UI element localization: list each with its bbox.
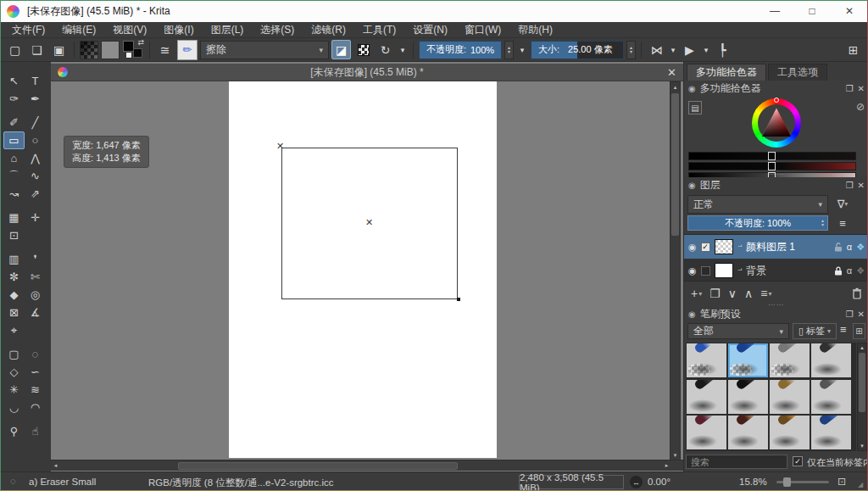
move-layer-up-button[interactable]: ∧: [744, 287, 753, 300]
rotation-icon[interactable]: ↔: [630, 476, 643, 488]
scroll-right-icon[interactable]: ▸: [662, 462, 671, 469]
scroll-down-icon[interactable]: ▾: [670, 450, 680, 460]
tab-tool-options[interactable]: 工具选项: [768, 64, 827, 81]
opacity-spinner[interactable]: ▴ ▾: [504, 41, 514, 59]
mirror-vertical-button[interactable]: ▶: [680, 40, 699, 59]
docker-close-icon[interactable]: ✕: [858, 84, 865, 93]
tool-select-shapes[interactable]: ↖: [3, 72, 25, 90]
scroll-up-icon[interactable]: ▴: [858, 343, 866, 352]
tool-move[interactable]: ✛: [25, 209, 46, 226]
preset-ink-pen-silver[interactable]: [811, 380, 851, 414]
horizontal-scroll-thumb[interactable]: [178, 462, 458, 470]
spin-down-icon[interactable]: ▾: [818, 223, 827, 227]
tool-crop[interactable]: ⊡: [3, 226, 25, 244]
preset-ink-technical-pen[interactable]: [811, 343, 851, 377]
menu-item-4[interactable]: 图层(L): [203, 21, 253, 39]
lock-closed-icon[interactable]: [834, 266, 843, 276]
tool-fill[interactable]: ◆: [3, 286, 25, 304]
tag-button[interactable]: ▯ 标签 ▾: [793, 323, 837, 339]
resize-grip[interactable]: ◢: [858, 481, 866, 489]
blend-mode-combobox[interactable]: 正常 ▾: [687, 195, 828, 214]
docker-lock-icon[interactable]: ◉: [688, 181, 696, 190]
preset-scrollbar[interactable]: ▴ ▾: [857, 343, 867, 451]
tool-polygon-select[interactable]: ◇: [3, 363, 25, 381]
canvas-vertical-scrollbar[interactable]: ▴ ▾: [670, 81, 681, 460]
menu-item-0[interactable]: 文件(F): [3, 21, 53, 39]
docker-close-icon[interactable]: ✕: [858, 310, 865, 319]
layer-filter-button[interactable]: ∇ ▾: [832, 195, 853, 212]
docker-float-icon[interactable]: ❐: [846, 181, 854, 190]
new-document-button[interactable]: ▢: [5, 40, 25, 59]
tool-rectangle[interactable]: ▭: [3, 131, 25, 149]
menu-item-3[interactable]: 图像(I): [155, 21, 202, 39]
tool-smart-patch[interactable]: ✄: [25, 268, 46, 286]
workspace-chooser-button[interactable]: ⊞: [843, 40, 863, 59]
tool-ellipse-select[interactable]: ◌: [25, 345, 46, 363]
layer-checkbox[interactable]: ✓: [701, 243, 710, 252]
docker-float-icon[interactable]: ❐: [846, 84, 854, 93]
vertical-scroll-thumb[interactable]: [671, 93, 679, 236]
preset-eraser-soft[interactable]: [728, 343, 768, 377]
slider-handle[interactable]: [768, 152, 776, 160]
layer-styles-icon[interactable]: ❖: [856, 265, 865, 276]
document-close-icon[interactable]: ✕: [667, 66, 676, 79]
preset-airbrush-soft[interactable]: [770, 343, 810, 377]
color-profile-info[interactable]: RGB/透明度 (8 位整数/通...e-V2-srgbtrc.icc: [148, 477, 334, 489]
tool-polygon[interactable]: ⌂: [3, 149, 25, 167]
preset-eraser-hard[interactable]: [687, 343, 726, 377]
zoom-percentage[interactable]: 15.8%: [739, 477, 767, 487]
brush-settings-button[interactable]: ≅: [155, 40, 175, 59]
tool-edit-shapes[interactable]: ✑: [3, 90, 25, 108]
pattern-swatch[interactable]: [101, 41, 120, 59]
preserve-alpha-button[interactable]: [353, 40, 373, 59]
canvas-rotation-value[interactable]: 0.00°: [648, 477, 670, 487]
tool-freehand-select[interactable]: ∽: [25, 363, 46, 381]
menu-item-2[interactable]: 视图(V): [104, 21, 155, 39]
mirror-horizontal-button[interactable]: ⋈: [647, 40, 666, 59]
docker-lock-icon[interactable]: ◉: [688, 84, 696, 93]
menu-item-5[interactable]: 选择(S): [252, 21, 303, 39]
close-button[interactable]: ✕: [831, 0, 868, 22]
brush-preset-thumbnail-button[interactable]: ✏: [177, 40, 198, 60]
foreground-background-colors[interactable]: ⇄: [122, 40, 144, 60]
open-document-button[interactable]: ❏: [27, 40, 47, 59]
tool-assistants[interactable]: ⊠: [3, 304, 25, 321]
tool-calligraphy[interactable]: ✒: [25, 90, 46, 108]
fit-to-screen-icon[interactable]: ⊡: [837, 476, 846, 488]
preset-ink-brush-black[interactable]: [728, 380, 768, 414]
menu-item-10[interactable]: 帮助(H): [509, 21, 561, 39]
no-color-icon[interactable]: ⊘: [856, 101, 865, 113]
tool-transform[interactable]: ▦: [3, 209, 25, 226]
preset-paint-detail-brush[interactable]: [687, 416, 726, 449]
grid-view-button[interactable]: ⊞: [853, 323, 865, 339]
layer-properties-button[interactable]: ≡ ▾: [760, 287, 771, 300]
layer-name[interactable]: 背景: [746, 264, 830, 278]
layer-name[interactable]: 颜料图层 1: [746, 240, 830, 254]
maximize-button[interactable]: □: [793, 0, 831, 22]
delete-layer-button[interactable]: [852, 287, 862, 299]
tool-bezier-select[interactable]: ◡: [3, 399, 25, 416]
tool-multibrush[interactable]: ⇗: [25, 185, 46, 203]
brush-preset-combobox[interactable]: 擦除 ▾: [200, 41, 329, 59]
tool-rect-select[interactable]: ▢: [3, 345, 25, 363]
color-wheel[interactable]: [752, 98, 801, 148]
color-slider-1[interactable]: [688, 152, 856, 160]
tool-measure[interactable]: ∡: [25, 304, 46, 321]
preset-ink-pen-dark[interactable]: [687, 380, 726, 414]
alpha-icon[interactable]: α: [847, 265, 852, 276]
opacity-slider[interactable]: 不透明度: 100%: [419, 41, 502, 59]
document-size-info[interactable]: 2,480 x 3,508 (45.5 MiB): [519, 475, 624, 489]
brush-search-input[interactable]: [686, 455, 787, 469]
menu-item-6[interactable]: 滤镜(R): [303, 21, 354, 39]
scroll-down-icon[interactable]: ▾: [858, 442, 866, 450]
menu-item-8[interactable]: 设置(N): [404, 21, 456, 39]
visibility-eye-icon[interactable]: ◉: [688, 242, 697, 253]
save-document-button[interactable]: ▣: [49, 40, 69, 59]
tool-color-sampler[interactable]: ❜: [25, 250, 46, 268]
wrap-around-mode-button[interactable]: ┡: [713, 40, 732, 59]
layer-row-background[interactable]: ◉ ⌐ 背景 α ❖: [684, 259, 868, 282]
color-slider-2[interactable]: [688, 162, 856, 170]
zoom-slider-thumb[interactable]: [783, 477, 791, 487]
tool-gradient[interactable]: ▥: [3, 250, 25, 268]
search-scope-checkbox[interactable]: ✓: [793, 456, 803, 466]
